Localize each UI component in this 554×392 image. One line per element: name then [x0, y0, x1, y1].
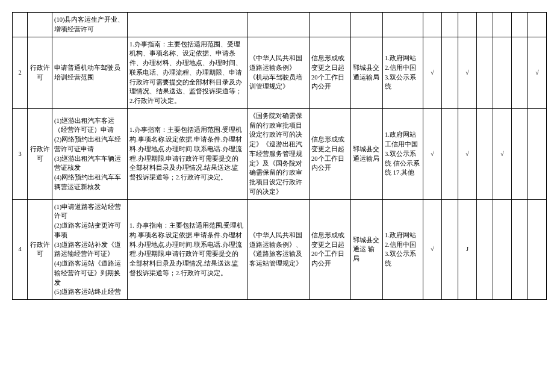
cell-chk: √	[423, 108, 442, 199]
cell-chk	[528, 13, 547, 37]
cell-chk: √	[528, 37, 547, 108]
cell-guide	[128, 13, 247, 37]
cell-num: 2	[13, 37, 28, 108]
cell-chk	[512, 37, 528, 108]
cell-chk	[477, 108, 493, 199]
cell-time: 信息形成或变更之日起20个工作日内公开	[310, 108, 351, 199]
cell-type: 行政许可	[28, 108, 52, 199]
cell-item: (10)县内客运生产开业、增项经营许可	[52, 13, 128, 37]
cell-org: 郓城县交通运 输局	[351, 199, 383, 300]
cell-org: 郓城县交通运输局	[351, 37, 383, 108]
cell-platform: 1.政府网站 2.信用中国 3.双公示系统	[383, 37, 423, 108]
cell-org: 郓城县交通运输局	[351, 108, 383, 199]
cell-chk	[477, 13, 493, 37]
cell-chk: √	[458, 37, 477, 108]
table-row: 3 行政许可 (1)巡游出租汽车客运（经营许可证）申请(2)网络预约出租汽车经营…	[13, 108, 547, 199]
cell-org	[351, 13, 383, 37]
cell-chk	[477, 37, 493, 108]
cell-chk	[442, 199, 458, 300]
cell-chk	[423, 13, 442, 37]
cell-time: 信息形成或变更之日起20个工作日内公开	[310, 199, 351, 300]
cell-num: 4	[13, 199, 28, 300]
cell-type	[28, 13, 52, 37]
cell-chk	[493, 13, 512, 37]
cell-time	[310, 13, 351, 37]
cell-num	[13, 13, 28, 37]
cell-basis: 《中华人民共和国道路运输条例》、《道路旅客运输及客运站管理规定》	[247, 199, 310, 300]
cell-chk	[512, 199, 528, 300]
cell-basis	[247, 13, 310, 37]
cell-type: 行政许可	[28, 199, 52, 300]
cell-time: 信息形成或变更之日起20个工作日内公开	[310, 37, 351, 108]
cell-guide: 1.办事指南：主要包括适用范围.受理机构.事项名称.设定依据.申请条件.办理材料…	[128, 108, 247, 199]
cell-chk	[442, 108, 458, 199]
cell-platform: 1.政府网站工信用中国 3.双公示系统 信公示系统 17.其他	[383, 108, 423, 199]
cell-chk: √	[458, 108, 477, 199]
cell-chk	[512, 13, 528, 37]
cell-guide: 1.办事指南：主要包括适用范围、受理机构、事项名称、设定依据、申请条件、办理材料…	[128, 37, 247, 108]
cell-chk: J	[458, 199, 477, 300]
cell-chk	[442, 13, 458, 37]
table-row: 2 行政许可 申请普通机动车驾驶员培训经营范围 1.办事指南：主要包括适用范围、…	[13, 37, 547, 108]
cell-guide: 1. 办事指南：主要包括适用范围.受理机构.事项名称.设定依据.申请条件.办理材…	[128, 199, 247, 300]
cell-platform: 1.政府网站 2.信用中国 3.双公示系统	[383, 199, 423, 300]
cell-type: 行政许可	[28, 37, 52, 108]
cell-basis: 《国务院对确需保留的行政审批项目设定行政许可的决定》《巡游出租汽车经营服务管理规…	[247, 108, 310, 199]
admin-approval-table: (10)县内客运生产开业、增项经营许可 2 行政许可 申请普通机动车驾驶员培训经…	[12, 12, 547, 300]
cell-item: 申请普通机动车驾驶员培训经营范围	[52, 37, 128, 108]
cell-chk	[528, 108, 547, 199]
cell-chk: √	[423, 199, 442, 300]
cell-chk: √	[493, 108, 512, 199]
cell-chk	[442, 37, 458, 108]
cell-chk	[493, 199, 512, 300]
table-row: (10)县内客运生产开业、增项经营许可	[13, 13, 547, 37]
cell-chk	[458, 13, 477, 37]
cell-platform	[383, 13, 423, 37]
cell-chk	[477, 199, 493, 300]
cell-basis: 《中华人民共和国道路运输条例》《机动车驾驶员培训管理规定》	[247, 37, 310, 108]
cell-chk: √	[423, 37, 442, 108]
table-row: 4 行政许可 (1)申请道路客运站经营许可(2)道路客运站变更许可事项(3)道路…	[13, 199, 547, 300]
cell-num: 3	[13, 108, 28, 199]
cell-item: (1)巡游出租汽车客运（经营许可证）申请(2)网络预约出租汽车经营许可证申请(3…	[52, 108, 128, 199]
cell-chk	[528, 199, 547, 300]
cell-chk	[493, 37, 512, 108]
cell-chk	[512, 108, 528, 199]
cell-item: (1)申请道路客运站经营许可(2)道路客运站变更许可事项(3)道路客运站补发《道…	[52, 199, 128, 300]
